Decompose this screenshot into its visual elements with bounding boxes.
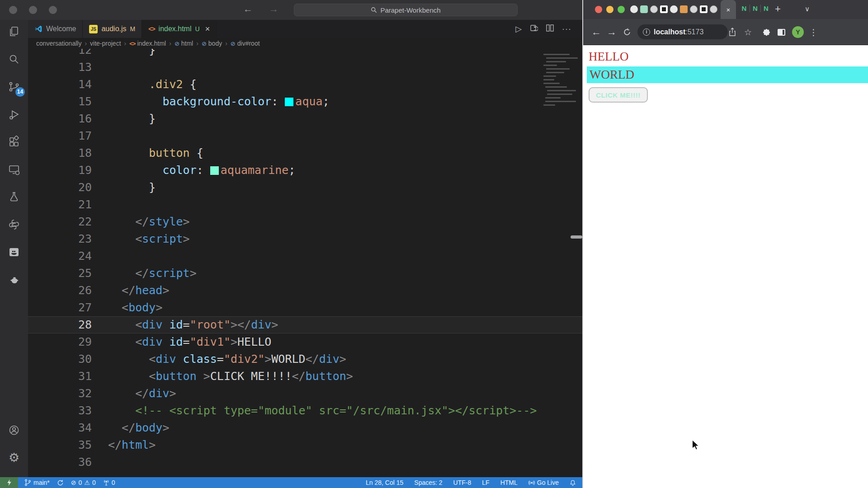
code-line[interactable]: 19 color: aquamarine; [28,162,582,179]
explorer-icon[interactable] [6,23,22,40]
split-editor-icon[interactable] [546,24,554,33]
python-icon[interactable] [6,216,22,233]
history-back-icon[interactable]: ← [243,4,253,14]
active-tab[interactable]: × [721,0,736,19]
source-control-icon[interactable]: 14 [6,79,22,95]
problems-indicator[interactable]: ⊘ 0 ⚠ 0 [71,479,96,486]
minimize-window-button[interactable] [29,6,37,14]
extensions-puzzle-icon[interactable] [762,19,771,45]
git-branch[interactable]: main* [24,479,50,486]
code-line[interactable]: 17 [28,127,582,145]
back-icon[interactable]: ← [591,19,601,45]
code-line[interactable]: 28 <div id="root"></div> [28,316,582,333]
code-line[interactable]: 27 <body> [28,299,582,316]
close-icon[interactable]: × [726,6,731,14]
code-line[interactable]: 21 [28,196,582,213]
close-window-button[interactable] [9,6,17,14]
history-forward-icon[interactable]: → [269,4,278,14]
eol-sequence[interactable]: LF [482,479,489,486]
search-icon[interactable] [6,51,22,67]
code-line[interactable]: 20 } [28,179,582,196]
breadcrumb-item[interactable]: conversationally [36,40,81,47]
code-line[interactable]: 29 <div id="div1">HELLO [28,333,582,351]
bwsquare-favicon[interactable] [700,5,708,13]
orange-favicon[interactable] [680,5,688,13]
forward-icon[interactable]: → [607,19,617,45]
code-editor[interactable]: 12 }1314 .div2 {15 background-color: aqu… [28,49,582,477]
breadcrumb-item[interactable]: html [175,40,193,47]
page-button[interactable]: CLICK ME!!!! [589,87,648,103]
remote-indicator[interactable] [0,477,18,488]
close-window-button[interactable] [595,6,602,13]
reload-icon[interactable] [623,19,631,45]
code-line[interactable]: 31 <button >CLICK ME!!!!</button> [28,368,582,385]
zoom-window-button[interactable] [618,6,625,13]
open-preview-icon[interactable] [530,24,538,34]
breadcrumb-item[interactable]: body [202,40,222,47]
code-line[interactable]: 33 <!-- <script type="module" src="/src/… [28,402,582,419]
code-line[interactable]: 15 background-color: aqua; [28,93,582,110]
bwsquare-favicon[interactable] [660,5,668,13]
cursor-position[interactable]: Ln 28, Col 15 [366,479,403,486]
docker-icon[interactable] [6,244,22,260]
accounts-icon[interactable] [6,422,22,438]
encoding[interactable]: UTF-8 [453,479,472,486]
letter-tab[interactable]: N [750,5,760,12]
letter-tab[interactable]: N [739,5,750,12]
chrome-menu-icon[interactable]: ⋮ [809,19,818,45]
tab-welcome[interactable]: Welcome [28,20,83,38]
code-line[interactable]: 13 [28,59,582,76]
profile-avatar[interactable]: Y [792,26,804,38]
breadcrumb-item[interactable]: vite-project [90,40,121,47]
teapot-icon[interactable] [6,272,22,288]
code-line[interactable]: 23 <script> [28,230,582,248]
settings-gear-icon[interactable]: ⚙ [6,450,22,466]
code-line[interactable]: 24 [28,248,582,265]
side-panel-icon[interactable] [778,19,785,45]
testing-icon[interactable] [6,189,22,205]
code-line[interactable]: 34 </body> [28,419,582,436]
language-mode[interactable]: HTML [500,479,518,486]
globe-favicon[interactable] [650,5,658,13]
code-line[interactable]: 25 </script> [28,265,582,282]
share-icon[interactable] [729,19,736,45]
code-line[interactable]: 36 [28,454,582,471]
github-favicon[interactable] [630,5,638,13]
tab-audio-js[interactable]: JS audio.js M [83,20,142,38]
new-tab-icon[interactable]: + [775,3,781,15]
green-favicon[interactable] [640,5,648,13]
run-debug-icon[interactable] [6,106,22,122]
globe-favicon[interactable] [710,5,717,13]
zoom-window-button[interactable] [49,6,57,14]
close-icon[interactable]: × [205,24,210,34]
code-line[interactable]: 32 </div> [28,385,582,402]
notifications-bell-icon[interactable] [570,479,576,486]
tab-index-html[interactable]: <> index.html U × [142,20,217,38]
minimap[interactable] [543,52,580,106]
sync-button[interactable] [57,479,64,486]
url-text[interactable]: localhost:5173 [654,28,703,36]
ports-indicator[interactable]: 0 [103,479,115,486]
site-info-icon[interactable]: i [643,28,650,36]
more-actions-icon[interactable]: ··· [562,24,571,34]
run-file-icon[interactable]: ▷ [515,24,522,34]
code-line[interactable]: 26 </head> [28,282,582,299]
code-line[interactable]: 30 <div class="div2">WORLD</div> [28,351,582,368]
code-line[interactable]: 18 button { [28,145,582,162]
window-resize-grip[interactable] [571,235,582,239]
command-center[interactable]: Parapet-Workbench [294,4,518,16]
globe-favicon[interactable] [690,5,698,13]
code-line[interactable]: 12 } [28,49,582,59]
github-favicon[interactable] [670,5,678,13]
code-line[interactable]: 22 </style> [28,213,582,230]
minimize-window-button[interactable] [606,6,613,13]
tab-search-chevron-icon[interactable]: ∨ [805,5,810,13]
indentation[interactable]: Spaces: 2 [414,479,442,486]
code-line[interactable]: 16 } [28,110,582,127]
breadcrumb-item[interactable]: index.html [129,40,166,47]
breadcrumb-item[interactable]: div#root [231,40,260,47]
go-live[interactable]: Go Live [528,479,559,486]
code-line[interactable]: 35</html> [28,436,582,454]
bookmark-star-icon[interactable]: ☆ [744,19,752,45]
code-line[interactable]: 14 .div2 { [28,76,582,93]
